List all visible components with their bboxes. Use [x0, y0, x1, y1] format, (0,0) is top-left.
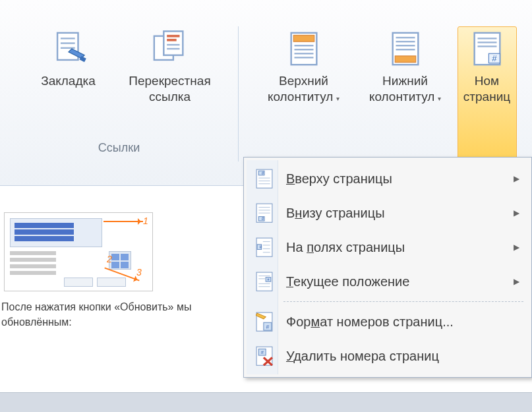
menu-item-top-of-page[interactable]: # Вверху страницы ▶ — [247, 162, 529, 196]
header-icon — [285, 30, 323, 68]
page-number-menu: # Вверху страницы ▶ # Внизу страницы ▶ #… — [243, 157, 532, 378]
submenu-arrow-icon: ▶ — [514, 277, 519, 286]
crossreference-icon — [151, 30, 189, 68]
submenu-arrow-icon: ▶ — [514, 208, 519, 218]
page-bottom-icon: # — [256, 203, 273, 223]
chevron-down-icon: ▾ — [434, 95, 441, 102]
submenu-arrow-icon: ▶ — [514, 243, 519, 252]
footer-icon — [386, 30, 425, 68]
current-position-icon: # — [256, 272, 273, 291]
menu-item-current-position[interactable]: # Текущее положение ▶ — [247, 264, 529, 299]
menu-item-format-page-numbers[interactable]: # Формат номеров страниц... — [247, 305, 529, 339]
ribbon-group-links: Закладка Перекрестная ссылка — [0, 26, 239, 162]
menu-item-page-margins[interactable]: # На полях страницы ▶ — [247, 230, 529, 264]
page-number-label-1: Ном — [475, 73, 499, 89]
header-button[interactable]: Верхний колонтитул ▾ — [254, 26, 353, 162]
crossreference-label-1: Перекрестная — [129, 73, 210, 89]
svg-text:#: # — [267, 278, 269, 281]
format-page-numbers-icon: # — [256, 312, 273, 332]
svg-text:#: # — [492, 53, 497, 63]
bookmark-button[interactable]: Закладка — [19, 26, 118, 137]
thumbnail-image: 1 2 3 — [4, 212, 153, 291]
page-top-icon: # — [256, 169, 273, 189]
svg-rect-0 — [57, 33, 78, 60]
crossreference-label-2: ссылка — [149, 89, 191, 105]
header-label-2: колонтитул — [268, 90, 333, 103]
footer-button[interactable]: Нижний колонтитул ▾ — [356, 26, 455, 162]
remove-page-numbers-icon: # — [256, 346, 273, 366]
bookmark-icon — [49, 30, 88, 68]
svg-rect-13 — [293, 35, 314, 42]
menu-separator — [283, 301, 523, 302]
svg-text:#: # — [266, 324, 269, 330]
page-number-icon: # — [468, 30, 506, 68]
menu-item-remove-page-numbers[interactable]: # Удалить номера страниц — [247, 339, 529, 373]
ribbon-group-headerfooter: Верхний колонтитул ▾ Нижний — [239, 26, 532, 162]
chevron-down-icon: ▾ — [333, 95, 340, 102]
bookmark-label: Закладка — [41, 73, 96, 89]
footer-label-2: колонтитул — [369, 90, 434, 103]
group-caption-links: Ссылки — [98, 137, 140, 162]
footer-label-1: Нижний — [382, 73, 428, 89]
menu-item-bottom-of-page[interactable]: # Внизу страницы ▶ — [247, 196, 529, 230]
svg-text:#: # — [262, 171, 264, 175]
submenu-arrow-icon: ▶ — [514, 174, 519, 183]
document-text: После нажатия кнопки «Обновить» мы обнов… — [0, 291, 237, 330]
bottom-bar — [0, 392, 532, 412]
crossreference-button[interactable]: Перекрестная ссылка — [121, 26, 220, 137]
svg-text:#: # — [259, 245, 262, 249]
svg-rect-23 — [395, 56, 415, 63]
header-label-1: Верхний — [279, 73, 328, 89]
page-number-label-2: страниц — [463, 89, 510, 105]
page-number-button[interactable]: # Ном страниц — [458, 26, 517, 162]
svg-text:#: # — [262, 216, 264, 221]
page-margins-icon: # — [256, 237, 273, 257]
